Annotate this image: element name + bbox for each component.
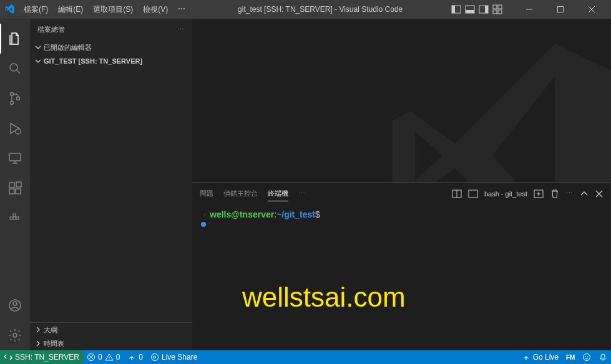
close-panel-icon[interactable] (595, 189, 604, 198)
menu-more[interactable]: ⋯ (174, 3, 189, 16)
svg-rect-29 (13, 214, 16, 216)
section-open-editors[interactable]: 已開啟的編輯器 (30, 41, 192, 54)
activity-remote-explorer[interactable] (0, 143, 30, 173)
activity-accounts[interactable] (0, 290, 30, 320)
svg-point-47 (152, 354, 159, 361)
status-warnings-count: 0 (116, 353, 120, 362)
file-tree[interactable] (30, 68, 192, 322)
sidebar-header: 檔案總管 ⋯ (30, 19, 192, 41)
svg-point-51 (585, 356, 586, 357)
svg-rect-11 (558, 7, 564, 12)
watermark-text: wellstsai.com (242, 282, 406, 313)
section-label: 時間表 (44, 339, 64, 348)
svg-point-52 (587, 356, 589, 357)
status-notifications[interactable] (595, 350, 611, 364)
toggle-panel-icon[interactable] (465, 4, 475, 14)
svg-point-19 (16, 129, 21, 134)
activity-extensions[interactable] (0, 173, 30, 203)
tab-debug-console[interactable]: 偵錯主控台 (223, 186, 258, 201)
svg-point-33 (13, 333, 17, 337)
toggle-secondary-sidebar-icon[interactable] (479, 4, 489, 14)
terminal-shell-label[interactable]: bash - git_test (484, 190, 527, 198)
split-terminal-icon[interactable] (452, 189, 462, 199)
section-folder[interactable]: GIT_TEST [SSH: TN_SERVER] (30, 54, 192, 68)
status-remote-label: SSH: TN_SERVER (15, 353, 79, 362)
status-remote[interactable]: SSH: TN_SERVER (0, 350, 83, 364)
editor-empty[interactable] (192, 19, 611, 182)
section-label: GIT_TEST [SSH: TN_SERVER] (44, 57, 142, 65)
svg-rect-30 (16, 217, 19, 219)
terminal-cursor-icon (201, 222, 206, 227)
menu-view[interactable]: 檢視(V) (139, 3, 172, 16)
chevron-right-icon (35, 340, 41, 347)
activity-run-debug[interactable] (0, 113, 30, 143)
menu-selection[interactable]: 選取項目(S) (89, 3, 137, 16)
prompt-path: ~/git_test (276, 209, 315, 219)
svg-rect-5 (485, 6, 488, 13)
svg-point-50 (584, 354, 590, 361)
status-ports-count: 0 (139, 353, 143, 362)
maximize-button[interactable] (546, 0, 575, 19)
status-golive[interactable]: Go Live (518, 350, 562, 364)
svg-line-15 (17, 70, 20, 74)
prompt-dollar: $ (315, 209, 320, 219)
panel-tabs-more-icon[interactable]: ⋯ (298, 189, 306, 198)
layout-controls (451, 4, 502, 14)
status-liveshare[interactable]: Live Share (147, 350, 201, 364)
svg-rect-36 (469, 190, 477, 198)
menu-file[interactable]: 檔案(F) (20, 3, 52, 16)
customize-layout-icon[interactable] (492, 4, 502, 14)
chevron-down-icon (35, 58, 41, 64)
svg-rect-8 (493, 10, 497, 14)
status-golive-label: Go Live (533, 353, 559, 362)
activity-source-control[interactable] (0, 84, 30, 113)
section-timeline[interactable]: 時間表 (30, 337, 192, 350)
window-title: git_test [SSH: TN_SERVER] - Visual Studi… (189, 5, 451, 14)
terminal-content[interactable]: ○ wells@tnserver:~/git_test$ wellstsai.c… (192, 204, 611, 350)
svg-rect-1 (452, 6, 455, 13)
window-controls (515, 0, 606, 19)
status-errors-count: 0 (98, 353, 102, 362)
svg-point-32 (13, 302, 17, 305)
terminal-shell-icon[interactable] (468, 189, 478, 199)
svg-rect-23 (9, 183, 14, 188)
close-button[interactable] (577, 0, 606, 19)
vscode-logo-icon (5, 4, 15, 14)
menu-edit[interactable]: 編輯(E) (54, 3, 87, 16)
sidebar-more-icon[interactable]: ⋯ (177, 26, 185, 34)
status-problems[interactable]: 0 0 (83, 350, 124, 364)
status-liveshare-label: Live Share (162, 353, 197, 362)
activity-search[interactable] (0, 54, 30, 84)
tab-problems[interactable]: 問題 (200, 186, 213, 201)
toggle-primary-sidebar-icon[interactable] (451, 4, 461, 14)
prompt-user: wells@tnserver (210, 209, 274, 219)
activity-explorer[interactable] (0, 24, 30, 54)
panel-tabs: 問題 偵錯主控台 終端機 ⋯ bash - git_test ⋯ (192, 183, 611, 204)
tab-terminal[interactable]: 終端機 (268, 186, 288, 201)
new-terminal-icon[interactable] (534, 189, 544, 199)
svg-rect-7 (498, 5, 502, 9)
sidebar-title: 檔案總管 (37, 25, 65, 34)
status-formatter[interactable]: FM (562, 350, 579, 364)
minimize-button[interactable] (515, 0, 544, 19)
svg-rect-25 (16, 189, 21, 194)
prompt-bullet-icon: ○ (202, 211, 206, 218)
svg-point-46 (131, 358, 132, 360)
explorer-sidebar: 檔案總管 ⋯ 已開啟的編輯器 GIT_TEST [SSH: TN_SERVER]… (30, 19, 192, 350)
chevron-down-icon (35, 44, 41, 50)
editor-area: 問題 偵錯主控台 終端機 ⋯ bash - git_test ⋯ ○ (192, 19, 611, 350)
terminal-prompt-line: ○ wells@tnserver:~/git_test$ (202, 209, 601, 219)
status-feedback[interactable] (579, 350, 595, 364)
activity-settings[interactable] (0, 320, 30, 350)
activity-docker[interactable] (0, 203, 30, 233)
status-ports[interactable]: 0 (124, 350, 147, 364)
menu-bar: 檔案(F) 編輯(E) 選取項目(S) 檢視(V) ⋯ (20, 3, 189, 16)
maximize-panel-icon[interactable] (580, 189, 589, 198)
svg-rect-24 (9, 189, 14, 194)
section-label: 已開啟的編輯器 (44, 43, 92, 52)
kill-terminal-icon[interactable] (550, 189, 560, 199)
svg-point-17 (11, 102, 14, 105)
svg-rect-6 (493, 5, 497, 9)
section-outline[interactable]: 大綱 (30, 323, 192, 337)
terminal-more-icon[interactable]: ⋯ (566, 189, 574, 198)
